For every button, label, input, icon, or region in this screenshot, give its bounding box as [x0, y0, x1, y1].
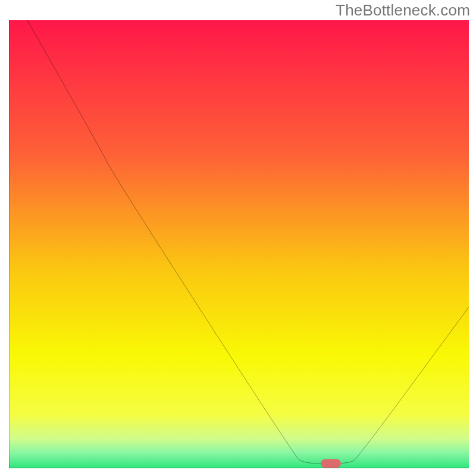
- watermark-text: TheBottleneck.com: [336, 1, 470, 20]
- chart-container: TheBottleneck.com: [0, 0, 476, 476]
- axes-frame: [9, 20, 469, 468]
- plot-area: [9, 20, 469, 468]
